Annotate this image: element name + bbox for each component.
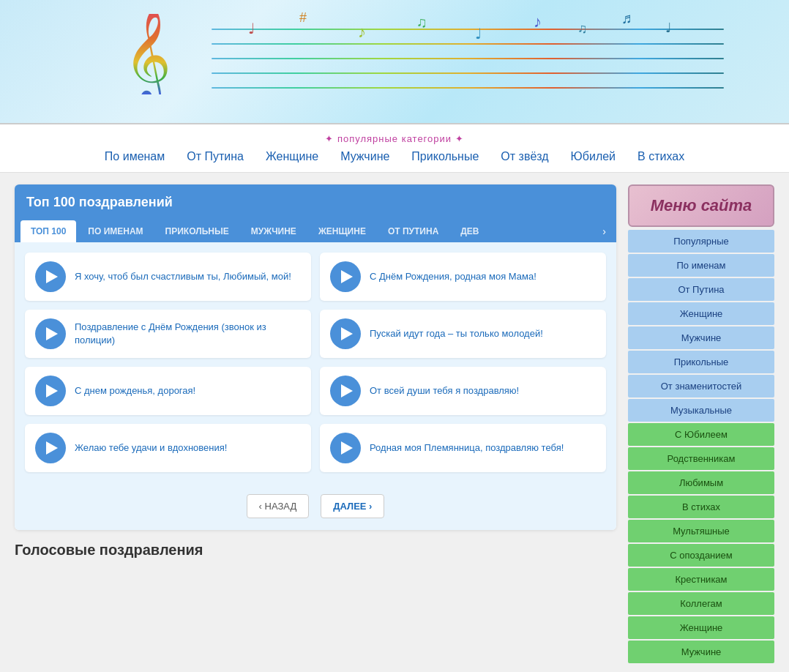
sidebar-title: Меню сайта (628, 184, 774, 227)
sidebar-item-men2[interactable]: Мужчине (628, 641, 774, 663)
play-button[interactable] (35, 433, 66, 463)
play-button[interactable] (330, 318, 361, 349)
note-icon: ♩ (248, 20, 255, 37)
sidebar-item-women[interactable]: Женщине (628, 302, 774, 325)
item-text[interactable]: Я хочу, чтоб был счастливым ты, Любимый,… (75, 270, 291, 283)
play-icon (341, 327, 353, 340)
sidebar-item-late[interactable]: С опозданием (628, 544, 774, 567)
play-icon (341, 270, 353, 283)
music-lines (212, 29, 724, 102)
list-item: Родная моя Племянница, поздравляю тебя! (320, 424, 606, 472)
sidebar-item-funny[interactable]: Прикольные (628, 351, 774, 373)
nav-link-poems[interactable]: В стихах (637, 150, 684, 163)
tab-men[interactable]: МУЖЧИНЕ (241, 220, 307, 242)
list-item: Желаю тебе удачи и вдохновения! (25, 424, 311, 472)
sidebar-item-colleagues[interactable]: Коллегам (628, 592, 774, 615)
sidebar-item-cartoon[interactable]: Мультяшные (628, 520, 774, 542)
sidebar-item-popular[interactable]: Популярные (628, 230, 774, 253)
next-button[interactable]: ДАЛЕЕ › (321, 494, 384, 518)
nav-bar: ✦ популярные категории ✦ По именам От Пу… (0, 124, 789, 173)
note-icon: ♫ (416, 14, 427, 31)
sidebar-item-men[interactable]: Мужчине (628, 326, 774, 349)
nav-link-men[interactable]: Мужчине (340, 150, 389, 163)
tab-women[interactable]: ЖЕНЩИНЕ (308, 220, 376, 242)
tab-by-names[interactable]: ПО ИМЕНАМ (78, 220, 153, 242)
note-icon: # (299, 10, 307, 26)
sidebar-item-godchild[interactable]: Крестникам (628, 568, 774, 591)
play-button[interactable] (330, 376, 361, 406)
site-header: 𝄞 ♩ # ♪ ♫ ♩ ♪ ♫ ♬ ♩ (0, 0, 789, 124)
list-item: Я хочу, чтоб был счастливым ты, Любимый,… (25, 253, 311, 301)
item-text[interactable]: Поздравление с Днём Рождения (звонок из … (75, 321, 301, 347)
items-grid: Я хочу, чтоб был счастливым ты, Любимый,… (15, 242, 616, 482)
popular-label: ✦ популярные категории ✦ (15, 133, 774, 144)
tab-dev[interactable]: ДЕВ (450, 220, 489, 242)
nav-links: По именам От Путина Женщине Мужчине Прик… (15, 150, 774, 163)
nav-link-putin[interactable]: От Путина (187, 150, 244, 163)
list-item: С днем рожденья, дорогая! (25, 367, 311, 415)
play-icon (46, 327, 58, 340)
tabs-bar: ТОП 100 ПО ИМЕНАМ ПРИКОЛЬНЫЕ МУЖЧИНЕ ЖЕН… (15, 220, 616, 242)
play-button[interactable] (330, 433, 361, 463)
tab-top100[interactable]: ТОП 100 (20, 220, 76, 242)
left-panel: Топ 100 поздравлений ТОП 100 ПО ИМЕНАМ П… (15, 184, 616, 663)
play-icon (46, 384, 58, 397)
sidebar-item-names[interactable]: По именам (628, 254, 774, 277)
pagination: ‹ НАЗАД ДАЛЕЕ › (15, 482, 616, 530)
item-text[interactable]: От всей души тебя я поздравляю! (370, 384, 519, 397)
item-text[interactable]: С Днём Рождения, родная моя Мама! (370, 270, 536, 283)
sidebar-item-poems[interactable]: В стихах (628, 496, 774, 518)
play-icon (341, 441, 353, 455)
prev-button[interactable]: ‹ НАЗАД (247, 494, 310, 518)
play-button[interactable] (35, 318, 66, 349)
play-icon (46, 441, 58, 455)
note-icon: ♪ (358, 23, 366, 42)
play-button[interactable] (35, 261, 66, 292)
voice-section-title: Голосовые поздравления (15, 530, 616, 564)
list-item: С Днём Рождения, родная моя Мама! (320, 253, 606, 301)
note-icon: ♫ (577, 21, 588, 37)
list-item: Поздравление с Днём Рождения (звонок из … (25, 310, 311, 358)
item-text[interactable]: Желаю тебе удачи и вдохновения! (75, 441, 227, 455)
sidebar-menu: Популярные По именам От Путина Женщине М… (628, 230, 774, 663)
sidebar-item-jubilee[interactable]: С Юбилеем (628, 423, 774, 446)
play-icon (341, 384, 353, 397)
sidebar-item-women2[interactable]: Женщине (628, 616, 774, 639)
list-item: Пускай идут года – ты только молодей! (320, 310, 606, 358)
tab-putin[interactable]: ОТ ПУТИНА (378, 220, 449, 242)
play-icon (46, 270, 58, 283)
play-button[interactable] (35, 376, 66, 406)
sidebar-item-relatives[interactable]: Родственникам (628, 447, 774, 470)
item-text[interactable]: С днем рожденья, дорогая! (75, 384, 195, 397)
main-content: Топ 100 поздравлений ТОП 100 ПО ИМЕНАМ П… (0, 173, 789, 672)
nav-link-women[interactable]: Женщине (266, 150, 318, 163)
note-icon: ♩ (665, 20, 671, 36)
item-text[interactable]: Родная моя Племянница, поздравляю тебя! (370, 441, 564, 455)
note-icon: ♩ (475, 25, 482, 42)
item-text[interactable]: Пускай идут года – ты только молодей! (370, 327, 543, 340)
sidebar-item-musical[interactable]: Музыкальные (628, 399, 774, 422)
top100-widget: Топ 100 поздравлений ТОП 100 ПО ИМЕНАМ П… (15, 184, 616, 530)
tabs-scroll-right[interactable]: › (598, 223, 610, 240)
nav-link-names[interactable]: По именам (105, 150, 165, 163)
treble-clef-icon: 𝄞 (124, 14, 171, 94)
play-button[interactable] (330, 261, 361, 292)
nav-link-funny[interactable]: Прикольные (411, 150, 479, 163)
sidebar-item-celebrities[interactable]: От знаменитостей (628, 375, 774, 397)
nav-link-jubilee[interactable]: Юбилей (571, 150, 616, 163)
note-icon: ♬ (621, 10, 632, 27)
right-sidebar: Меню сайта Популярные По именам От Путин… (628, 184, 774, 663)
list-item: От всей души тебя я поздравляю! (320, 367, 606, 415)
sidebar-item-loved[interactable]: Любимым (628, 471, 774, 494)
sidebar-item-putin[interactable]: От Путина (628, 278, 774, 301)
widget-title: Топ 100 поздравлений (15, 184, 616, 220)
nav-link-stars[interactable]: От звёзд (501, 150, 548, 163)
note-icon: ♪ (534, 12, 542, 31)
tab-funny[interactable]: ПРИКОЛЬНЫЕ (155, 220, 239, 242)
